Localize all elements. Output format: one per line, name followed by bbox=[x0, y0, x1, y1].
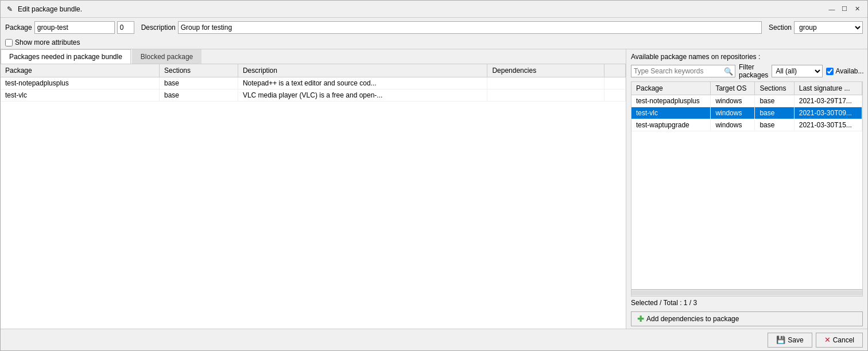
tab-bar: Packages needed in package bundle Blocke… bbox=[1, 49, 626, 64]
window-icon: ✎ bbox=[5, 5, 14, 14]
right-table-container: Package Target OS Sections Last signatur… bbox=[631, 81, 863, 290]
cancel-label: Cancel bbox=[833, 336, 854, 344]
cancel-button[interactable]: ✕ Cancel bbox=[816, 333, 863, 348]
cell-last_sig: 2021-03-30T09... bbox=[794, 107, 862, 119]
col-package: Package bbox=[1, 64, 159, 77]
rcol-last-sig: Last signature ... bbox=[794, 82, 862, 95]
tab-needed[interactable]: Packages needed in package bundle bbox=[1, 49, 131, 64]
cell-dependencies bbox=[487, 89, 604, 102]
section-select[interactable]: group bbox=[794, 21, 863, 34]
cell-sections: base bbox=[755, 95, 794, 107]
filter-select[interactable]: All (all) Available Unavailable bbox=[772, 65, 823, 77]
table-row[interactable]: test-vlcwindowsbase2021-03-30T09... bbox=[631, 107, 862, 119]
available-label: Availab... bbox=[835, 67, 863, 75]
right-table: Package Target OS Sections Last signatur… bbox=[631, 82, 862, 131]
cell-description: Notepad++ is a text editor and source co… bbox=[238, 77, 487, 89]
cell-last_sig: 2021-03-30T15... bbox=[794, 119, 862, 131]
show-more-label: Show more attributes bbox=[15, 38, 80, 46]
package-label: Package bbox=[5, 24, 32, 32]
left-panel: Packages needed in package bundle Blocke… bbox=[1, 49, 626, 329]
available-checkbox-label[interactable]: Availab... bbox=[826, 67, 863, 75]
right-panel: Available package names on repositories … bbox=[626, 49, 867, 329]
right-panel-header: Available package names on repositories … bbox=[626, 49, 867, 63]
minimize-button[interactable]: — bbox=[826, 3, 838, 15]
cell-sections: base bbox=[755, 119, 794, 131]
col-dependencies: Dependencies bbox=[487, 64, 604, 77]
tab-blocked[interactable]: Blocked package bbox=[132, 49, 202, 64]
cell-extra bbox=[604, 77, 626, 89]
rcol-package: Package bbox=[631, 82, 711, 95]
search-input[interactable] bbox=[631, 65, 722, 77]
save-button[interactable]: 💾 Save bbox=[768, 333, 812, 348]
save-icon: 💾 bbox=[776, 336, 785, 344]
left-table: Package Sections Description Dependencie… bbox=[1, 64, 626, 102]
cell-extra bbox=[604, 89, 626, 102]
selected-total: Selected / Total : 1 / 3 bbox=[626, 297, 867, 309]
table-row[interactable]: test-notepadplusplusbaseNotepad++ is a t… bbox=[1, 77, 626, 89]
cell-target_os: windows bbox=[711, 119, 755, 131]
package-input[interactable] bbox=[34, 21, 115, 34]
save-label: Save bbox=[788, 336, 803, 344]
cell-package: test-notepadplusplus bbox=[1, 77, 159, 89]
cell-package: test-waptupgrade bbox=[631, 119, 711, 131]
title-bar: ✎ Edit package bundle. — ☐ ✕ bbox=[1, 1, 867, 18]
left-table-container: Package Sections Description Dependencie… bbox=[1, 64, 626, 329]
col-extra bbox=[604, 64, 626, 77]
search-filter-row: 🔍 Filter packages All (all) Available Un… bbox=[626, 63, 867, 81]
cell-target_os: windows bbox=[711, 95, 755, 107]
cell-sections: base bbox=[755, 107, 794, 119]
rcol-sections: Sections bbox=[755, 82, 794, 95]
col-description: Description bbox=[238, 64, 487, 77]
description-label: Description bbox=[141, 24, 176, 32]
cell-target_os: windows bbox=[711, 107, 755, 119]
cell-sections: base bbox=[159, 89, 238, 102]
cell-description: VLC media player (VLC) is a free and ope… bbox=[238, 89, 487, 102]
description-input[interactable] bbox=[178, 21, 762, 34]
show-more-checkbox[interactable] bbox=[5, 39, 13, 46]
bottom-bar: 💾 Save ✕ Cancel bbox=[1, 329, 867, 350]
table-row[interactable]: test-notepadpluspluswindowsbase2021-03-2… bbox=[631, 95, 862, 107]
col-sections: Sections bbox=[159, 64, 238, 77]
right-scrollbar[interactable] bbox=[631, 290, 863, 297]
form-row: Package Description Section group bbox=[1, 18, 867, 37]
section-label: Section bbox=[769, 24, 792, 32]
available-checkbox[interactable] bbox=[826, 68, 834, 75]
main-area: Packages needed in package bundle Blocke… bbox=[1, 49, 867, 329]
cell-package: test-vlc bbox=[631, 107, 711, 119]
window-title: Edit package bundle. bbox=[18, 5, 826, 13]
main-window: ✎ Edit package bundle. — ☐ ✕ Package Des… bbox=[0, 0, 868, 351]
close-button[interactable]: ✕ bbox=[851, 3, 863, 15]
cell-dependencies bbox=[487, 77, 604, 89]
search-box: 🔍 bbox=[631, 65, 735, 77]
cell-package: test-vlc bbox=[1, 89, 159, 102]
scrollbar-track bbox=[631, 291, 862, 295]
cell-last_sig: 2021-03-29T17... bbox=[794, 95, 862, 107]
cell-sections: base bbox=[159, 77, 238, 89]
add-deps-label: Add dependencies to package bbox=[646, 315, 739, 323]
cancel-icon: ✕ bbox=[824, 336, 831, 344]
add-icon: ✚ bbox=[637, 314, 644, 323]
search-button[interactable]: 🔍 bbox=[722, 65, 735, 77]
table-row[interactable]: test-waptupgradewindowsbase2021-03-30T15… bbox=[631, 119, 862, 131]
filter-label: Filter packages bbox=[739, 63, 768, 79]
cell-package: test-notepadplusplus bbox=[631, 95, 711, 107]
table-row[interactable]: test-vlcbaseVLC media player (VLC) is a … bbox=[1, 89, 626, 102]
checkbox-row: Show more attributes bbox=[1, 37, 867, 49]
title-controls: — ☐ ✕ bbox=[826, 3, 863, 15]
maximize-button[interactable]: ☐ bbox=[839, 3, 850, 15]
add-deps-button[interactable]: ✚ Add dependencies to package bbox=[631, 311, 863, 326]
show-more-checkbox-label[interactable]: Show more attributes bbox=[5, 38, 863, 46]
rcol-target-os: Target OS bbox=[711, 82, 755, 95]
package-number-input[interactable] bbox=[117, 21, 134, 34]
